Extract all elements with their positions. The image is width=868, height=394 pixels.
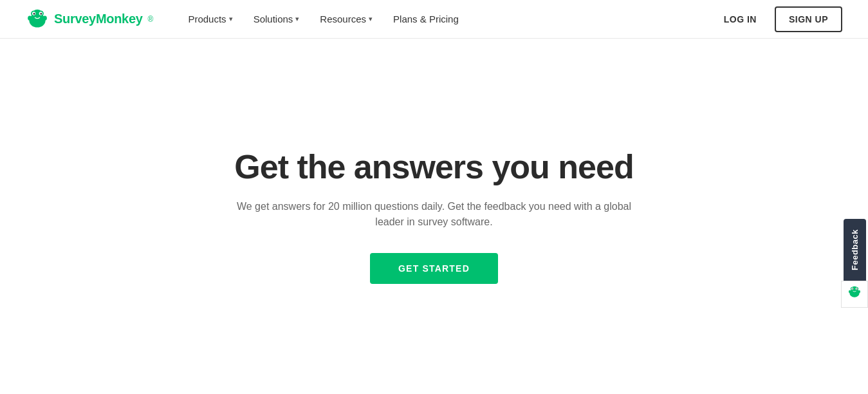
hero-subtitle: We get answers for 20 million questions … (235, 199, 634, 230)
logo-link[interactable]: SurveyMonkey® (26, 8, 153, 31)
feedback-sidebar: Feedback (841, 219, 868, 308)
signup-button[interactable]: SIGN UP (775, 6, 842, 32)
plans-label: Plans & Pricing (393, 14, 459, 24)
hero-title: Get the answers you need (234, 149, 633, 185)
nav-links: Products ▾ Solutions ▾ Resources ▾ Plans… (179, 8, 467, 30)
nav-item-solutions[interactable]: Solutions ▾ (245, 8, 309, 30)
svg-point-16 (852, 288, 853, 290)
resources-label: Resources (320, 14, 366, 24)
feedback-monkey-icon (847, 285, 862, 303)
solutions-label: Solutions (254, 14, 293, 24)
svg-point-6 (33, 13, 35, 15)
svg-point-17 (856, 288, 858, 290)
nav-left: SurveyMonkey® Products ▾ Solutions ▾ Res… (26, 8, 468, 31)
logo-text: SurveyMonkey (54, 12, 143, 26)
resources-chevron-icon: ▾ (369, 15, 373, 23)
nav-item-resources[interactable]: Resources ▾ (311, 8, 382, 30)
svg-point-18 (849, 290, 851, 293)
products-label: Products (188, 14, 226, 24)
navbar: SurveyMonkey® Products ▾ Solutions ▾ Res… (0, 0, 868, 39)
nav-item-products[interactable]: Products ▾ (179, 8, 241, 30)
nav-right: LOG IN SIGN UP (716, 6, 842, 32)
svg-point-8 (28, 15, 32, 20)
hero-section: Get the answers you need We get answers … (0, 39, 868, 394)
trademark: ® (148, 15, 154, 24)
solutions-chevron-icon: ▾ (295, 15, 299, 23)
svg-point-9 (43, 15, 47, 20)
feedback-tab[interactable]: Feedback (844, 219, 866, 281)
products-chevron-icon: ▾ (229, 15, 233, 23)
svg-point-7 (41, 13, 42, 15)
get-started-button[interactable]: GET STARTED (370, 253, 498, 284)
svg-point-19 (858, 290, 860, 293)
feedback-icon-box[interactable] (841, 281, 868, 308)
login-button[interactable]: LOG IN (716, 9, 764, 30)
nav-item-plans[interactable]: Plans & Pricing (384, 8, 468, 30)
surveymonkey-logo-icon (26, 8, 49, 31)
